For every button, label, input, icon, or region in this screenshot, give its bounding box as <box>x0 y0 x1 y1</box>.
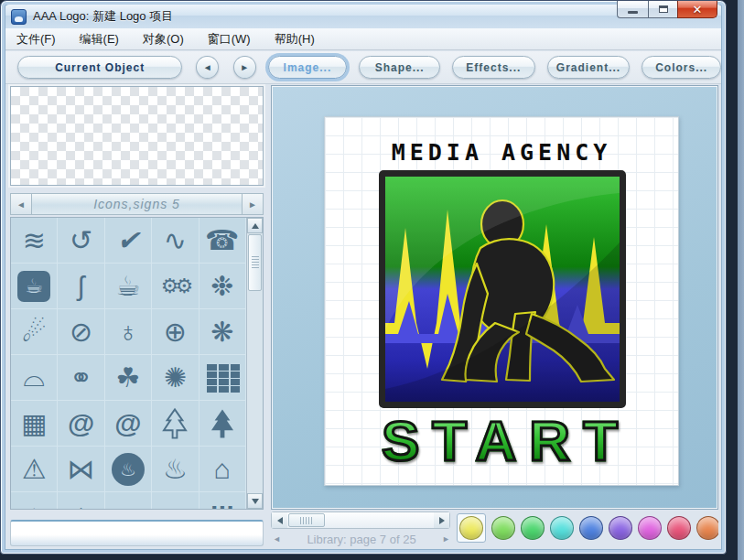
swatch-cyan[interactable] <box>550 516 574 540</box>
icon-globe-americas[interactable]: ⊕ <box>152 309 199 355</box>
close-button[interactable]: ✕ <box>677 1 717 18</box>
menu-edit[interactable]: 编辑(E) <box>80 31 119 48</box>
pager-next-button[interactable]: ► <box>442 534 450 544</box>
schoolhouse-icon: ⌂ <box>214 454 231 485</box>
icon-cell-empty[interactable] <box>152 492 199 510</box>
swatch-magenta[interactable] <box>638 516 662 540</box>
tab-colors[interactable]: Colors... <box>642 56 721 79</box>
icon-tree-outline[interactable] <box>152 401 199 447</box>
library-header: ◄ Icons,signs 5 ► <box>10 193 264 215</box>
waves-icon: ≋ <box>23 224 46 256</box>
canvas-horizontal-scrollbar[interactable] <box>271 512 450 529</box>
icon-spiral-2[interactable]: @ <box>105 401 152 447</box>
zigzag-wave-icon: ∿ <box>164 224 187 256</box>
icon-calculator[interactable]: ▦ <box>11 401 58 447</box>
icon-gears[interactable]: ⚙⚙ <box>152 264 199 309</box>
prev-object-button[interactable]: ◄ <box>196 56 219 79</box>
scroll-right-button[interactable] <box>434 512 449 528</box>
minimize-button[interactable] <box>617 1 648 18</box>
icon-ring-swirl[interactable]: ↺ <box>58 218 104 264</box>
globe-americas-icon: ⊕ <box>164 316 187 348</box>
arrow-right-icon: ► <box>240 62 249 72</box>
flame-icon: ♨ <box>163 453 188 485</box>
grip-icon <box>252 256 259 269</box>
icon-coffee-sign[interactable]: ☕ <box>11 264 58 309</box>
icon-wedding[interactable]: ⚭ <box>58 355 104 401</box>
icon-waves[interactable]: ≋ <box>11 218 58 264</box>
icon-house[interactable]: ⌂ <box>58 492 104 510</box>
icon-tree-solid[interactable] <box>199 401 246 447</box>
swatch-green[interactable] <box>521 516 545 540</box>
tab-shape[interactable]: Shape... <box>359 56 440 79</box>
swirl-emblem-icon: ❉ <box>210 270 233 302</box>
icon-no-smoking[interactable]: ⊘ <box>58 309 104 355</box>
tab-image[interactable]: Image... <box>268 56 348 79</box>
arrow-down-icon <box>252 499 259 504</box>
icon-turtle[interactable]: ⌓ <box>11 355 58 401</box>
logo-top-text[interactable]: MEDIA AGENCY <box>325 139 678 166</box>
horizontal-scroll-thumb[interactable] <box>288 513 325 527</box>
icon-splat[interactable]: ✺ <box>152 355 199 401</box>
menu-window[interactable]: 窗口(W) <box>208 31 251 48</box>
scroll-down-button[interactable] <box>247 493 263 509</box>
icon-fire-circle[interactable]: ♨ <box>105 447 152 492</box>
wedding-icon: ⚭ <box>70 361 92 393</box>
icon-squiggle[interactable]: ʃ <box>58 264 104 309</box>
library-vertical-scrollbar[interactable] <box>246 218 263 509</box>
window-title: AAA Logo: 新建 Logo 项目 <box>33 8 173 25</box>
pager-prev-button[interactable]: ◄ <box>273 534 281 544</box>
icon-swirl-emblem[interactable]: ❉ <box>199 264 246 309</box>
next-object-button[interactable]: ► <box>233 56 256 79</box>
scroll-up-button[interactable] <box>247 218 263 233</box>
logo-image-object[interactable] <box>379 170 626 408</box>
library-next-page-button[interactable]: ► <box>242 193 264 215</box>
swatch-pink-red[interactable] <box>667 516 691 540</box>
coffee-sign-icon: ☕ <box>17 271 50 302</box>
icon-sun[interactable]: ☀ <box>11 492 58 510</box>
current-object-button[interactable]: Current Object <box>17 56 182 79</box>
selected-swatch-frame <box>457 513 486 543</box>
icon-flame[interactable]: ♨ <box>152 447 199 492</box>
menu-help[interactable]: 帮助(H) <box>275 31 315 48</box>
icon-wave-curl[interactable]: ☄ <box>11 309 58 355</box>
tab-gradient[interactable]: Gradient... <box>547 56 631 79</box>
tab-effects[interactable]: Effects... <box>452 56 535 79</box>
icon-flammable-warning[interactable]: ⚠ <box>11 447 58 492</box>
titlebar[interactable]: AAA Logo: 新建 Logo 项目 ✕ <box>5 5 721 28</box>
vertical-scroll-thumb[interactable] <box>248 234 262 291</box>
icon-coffee-cup[interactable]: ☕ <box>105 264 152 309</box>
icon-brick-wall[interactable] <box>199 355 246 401</box>
icon-spiral[interactable]: @ <box>58 401 104 447</box>
icon-globe[interactable]: ♁ <box>105 309 152 355</box>
icon-handshake[interactable]: ⋈ <box>58 447 104 492</box>
icon-telephone[interactable]: ☎ <box>199 218 246 264</box>
logo-bottom-text[interactable]: START <box>325 408 678 473</box>
icon-palm-tree[interactable]: Ψ <box>199 492 246 510</box>
swatch-yellow[interactable] <box>459 516 483 540</box>
horizontal-scroll-track[interactable] <box>326 512 434 528</box>
swatch-orange[interactable] <box>696 516 718 540</box>
library-prev-page-button[interactable]: ◄ <box>10 193 32 215</box>
icon-schoolhouse[interactable]: ⌂ <box>199 447 246 492</box>
icon-handprint[interactable]: ❋ <box>199 309 246 355</box>
swatch-light-green[interactable] <box>491 516 515 540</box>
menu-object[interactable]: 对象(O) <box>143 31 184 48</box>
logo-page[interactable]: MEDIA AGENCY <box>324 116 679 486</box>
library-category-title[interactable]: Icons,signs 5 <box>32 193 242 215</box>
icon-cell-empty[interactable] <box>105 492 152 510</box>
spiral-icon: @ <box>114 408 141 439</box>
library-icon-grid: ≋ ↺ ✔ ∿ ☎ ☕ ʃ ☕ ⚙⚙ ❉ ☄ ⊘ ♁ ⊕ ❋ ⌓ ⚭ ☘ ✺ <box>11 218 246 510</box>
maximize-button[interactable] <box>648 1 677 18</box>
grip-icon <box>300 517 313 524</box>
icon-clover[interactable]: ☘ <box>105 355 152 401</box>
icon-swoosh[interactable]: ✔ <box>105 218 152 264</box>
swatch-blue[interactable] <box>579 516 603 540</box>
icon-zigzag-wave[interactable]: ∿ <box>152 218 199 264</box>
scroll-left-button[interactable] <box>272 512 287 528</box>
gears-icon: ⚙⚙ <box>161 275 189 298</box>
swatch-purple[interactable] <box>609 516 632 540</box>
canvas-bottom-bar: ◄ Library: page 7 of 25 ► <box>271 512 718 550</box>
design-canvas[interactable]: MEDIA AGENCY <box>271 85 718 510</box>
vertical-scroll-track[interactable] <box>247 292 263 493</box>
menu-file[interactable]: 文件(F) <box>16 31 56 48</box>
